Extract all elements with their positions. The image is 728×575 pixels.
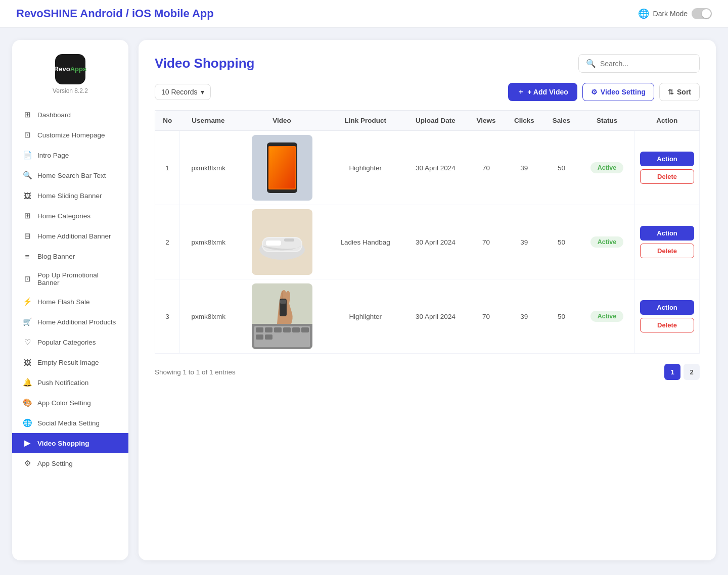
logo-box: Revo Apps <box>55 54 85 84</box>
logo-version: Version 8.2.2 <box>53 87 88 94</box>
cell-username: pxmk8lxmk <box>180 279 237 354</box>
records-selector[interactable]: 10 Records ▾ <box>155 84 211 100</box>
video-setting-label: Video Setting <box>601 88 646 96</box>
status-badge: Active <box>590 162 624 173</box>
status-badge: Active <box>590 311 624 322</box>
col-upload-date: Upload Date <box>403 111 467 131</box>
delete-button[interactable]: Delete <box>640 169 694 184</box>
sidebar-item-push-notification[interactable]: 🔔 Push Notification <box>12 372 128 393</box>
cell-sales: 50 <box>543 205 579 279</box>
products-icon: 🛒 <box>22 317 32 327</box>
sidebar-item-additional-products[interactable]: 🛒 Home Additional Products <box>12 312 128 332</box>
col-action: Action <box>635 111 700 131</box>
toolbar-right: ＋ + Add Video ⚙ Video Setting ⇅ Sort <box>508 83 700 101</box>
intro-icon: 📄 <box>22 150 32 160</box>
svg-rect-19 <box>256 334 263 340</box>
cell-action: Action Delete <box>635 131 700 205</box>
sidebar-item-home-categories[interactable]: ⊞ Home Categories <box>12 206 128 226</box>
dark-mode-icon: 🌐 <box>638 8 649 19</box>
action-button[interactable]: Action <box>640 152 694 166</box>
cell-clicks: 39 <box>505 131 543 205</box>
svg-rect-16 <box>283 327 291 332</box>
sidebar-item-popup-banner[interactable]: ⊡ Pop Up Promotional Banner <box>12 266 128 292</box>
sidebar-label-notification: Push Notification <box>37 379 88 387</box>
sidebar-item-blog-banner[interactable]: ≡ Blog Banner <box>12 246 128 266</box>
sidebar-label-sliding: Home Sliding Banner <box>37 192 102 200</box>
action-button[interactable]: Action <box>640 300 694 315</box>
cell-username: pxmk8lxmk <box>180 131 237 205</box>
svg-rect-20 <box>265 334 272 340</box>
sidebar-item-empty-result[interactable]: 🖼 Empty Result Image <box>12 352 128 372</box>
pagination-buttons: 1 2 <box>664 364 700 380</box>
svg-rect-15 <box>274 327 282 332</box>
sidebar-item-video-shopping[interactable]: ▶ Video Shopping <box>12 433 128 453</box>
blog-icon: ≡ <box>22 251 32 261</box>
dark-mode-toggle[interactable]: 🌐 Dark Mode <box>638 8 712 19</box>
sidebar-item-color-setting[interactable]: 🎨 App Color Setting <box>12 393 128 413</box>
popup-icon: ⊡ <box>22 274 32 284</box>
sidebar-item-home-search[interactable]: 🔍 Home Search Bar Text <box>12 165 128 185</box>
plus-icon: ＋ <box>517 87 524 97</box>
logo-revo: Revo <box>54 65 70 73</box>
video-setting-button[interactable]: ⚙ Video Setting <box>582 83 654 101</box>
delete-button[interactable]: Delete <box>640 244 694 258</box>
sidebar-label-popup: Pop Up Promotional Banner <box>37 271 118 286</box>
sidebar-label-flash: Home Flash Sale <box>37 298 90 306</box>
cell-status: Active <box>579 279 635 354</box>
action-button[interactable]: Action <box>640 226 694 241</box>
svg-rect-18 <box>301 327 309 332</box>
svg-rect-22 <box>280 300 286 304</box>
search-box[interactable]: 🔍 <box>578 54 700 73</box>
sidebar-item-app-setting[interactable]: ⚙ App Setting <box>12 453 128 473</box>
setting-icon: ⚙ <box>22 458 32 468</box>
chevron-down-icon: ▾ <box>201 88 204 96</box>
svg-rect-3 <box>269 147 295 188</box>
sidebar-item-social-media[interactable]: 🌐 Social Media Setting <box>12 413 128 433</box>
sidebar-item-popular-categories[interactable]: ♡ Popular Categories <box>12 332 128 352</box>
page-button-1[interactable]: 1 <box>664 364 680 380</box>
sort-button[interactable]: ⇅ Sort <box>659 83 700 101</box>
sidebar-item-dashboard[interactable]: ⊞ Dashboard <box>12 105 128 125</box>
col-no: No <box>155 111 180 131</box>
pagination-row: Showing 1 to 1 of 1 entries 1 2 <box>155 364 700 380</box>
search-icon: 🔍 <box>586 59 596 68</box>
notification-icon: 🔔 <box>22 377 32 388</box>
cell-upload-date: 30 April 2024 <box>403 205 467 279</box>
sidebar: Revo Apps Version 8.2.2 ⊞ Dashboard ⊡ Cu… <box>12 40 128 560</box>
sidebar-label-additional-banner: Home Additional Banner <box>37 232 111 240</box>
sidebar-item-sliding-banner[interactable]: 🖼 Home Sliding Banner <box>12 185 128 206</box>
cell-video <box>237 279 327 354</box>
cell-upload-date: 30 April 2024 <box>403 279 467 354</box>
cell-no: 2 <box>155 205 180 279</box>
table-row: 1 pxmk8lxmk Highlighter 30 April 2024 70 <box>155 131 700 205</box>
dark-mode-switch[interactable] <box>692 8 712 19</box>
delete-button[interactable]: Delete <box>640 318 694 332</box>
cell-action: Action Delete <box>635 205 700 279</box>
sidebar-nav: ⊞ Dashboard ⊡ Customize Homepage 📄 Intro… <box>12 105 128 473</box>
add-video-button[interactable]: ＋ + Add Video <box>508 83 577 101</box>
cell-status: Active <box>579 131 635 205</box>
sidebar-label-social: Social Media Setting <box>37 419 100 427</box>
sidebar-item-customize-homepage[interactable]: ⊡ Customize Homepage <box>12 125 128 145</box>
svg-rect-14 <box>265 327 272 332</box>
search-input[interactable] <box>600 60 692 68</box>
svg-rect-17 <box>292 327 300 332</box>
sidebar-item-intro-page[interactable]: 📄 Intro Page <box>12 145 128 165</box>
cell-video <box>237 205 327 279</box>
search-nav-icon: 🔍 <box>22 170 32 180</box>
table-row: 2 pxmk8lxmk Ladies Handbag 30 April 2024… <box>155 205 700 279</box>
sidebar-item-flash-sale[interactable]: ⚡ Home Flash Sale <box>12 292 128 312</box>
additional-banner-icon: ⊟ <box>22 231 32 241</box>
cell-video <box>237 131 327 205</box>
sidebar-item-additional-banner[interactable]: ⊟ Home Additional Banner <box>12 226 128 246</box>
sidebar-label-products: Home Additional Products <box>37 318 116 326</box>
app-title: RevoSHINE Android / iOS Mobile App <box>16 7 214 20</box>
cell-clicks: 39 <box>505 279 543 354</box>
cell-status: Active <box>579 205 635 279</box>
cell-views: 70 <box>468 205 505 279</box>
sidebar-logo: Revo Apps Version 8.2.2 <box>12 50 128 105</box>
col-status: Status <box>579 111 635 131</box>
sort-icon: ⇅ <box>668 88 674 96</box>
page-button-2[interactable]: 2 <box>684 364 700 380</box>
cell-sales: 50 <box>543 131 579 205</box>
